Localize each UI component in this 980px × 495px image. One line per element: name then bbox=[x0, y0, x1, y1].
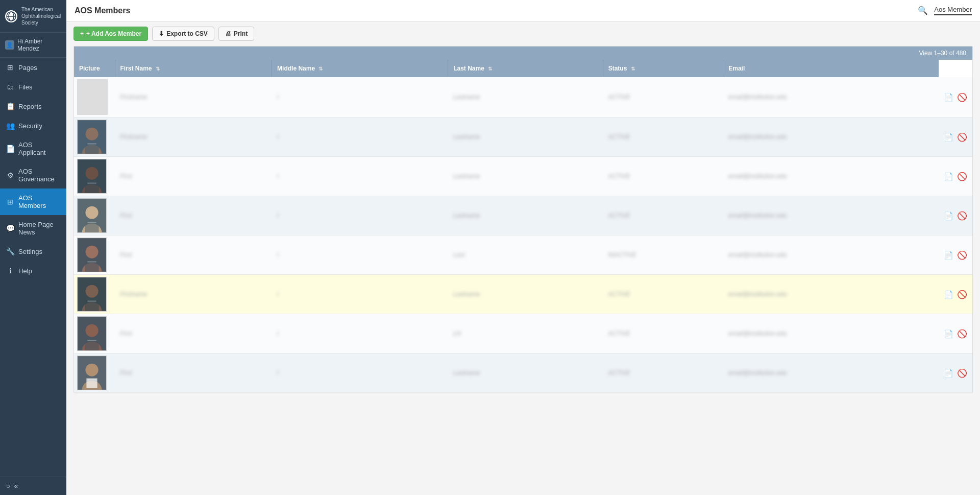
delete-button[interactable]: 🚫 bbox=[957, 93, 967, 102]
help-label: Help bbox=[18, 267, 32, 275]
middle-name-sort-icon: ⇅ bbox=[318, 66, 323, 72]
member-photo bbox=[77, 356, 107, 390]
reports-label: Reports bbox=[18, 103, 42, 110]
col-middle-name-label: Middle Name bbox=[277, 65, 315, 72]
picture-cell bbox=[74, 157, 115, 196]
aos-member-link[interactable]: Aos Member bbox=[934, 6, 972, 15]
collapse-sidebar-button[interactable]: ○ « bbox=[0, 477, 66, 495]
col-status[interactable]: Status ⇅ bbox=[603, 60, 723, 77]
first-name-value: Firstname bbox=[120, 93, 147, 101]
col-first-name[interactable]: First Name ⇅ bbox=[115, 60, 272, 77]
sidebar-item-security[interactable]: 👥 Security bbox=[0, 116, 66, 135]
first-name-sort-icon: ⇅ bbox=[156, 66, 160, 72]
middle-name-value: I bbox=[277, 330, 279, 337]
edit-button[interactable]: 📄 bbox=[944, 251, 953, 260]
aos-governance-label: AOS Governance bbox=[18, 168, 60, 183]
edit-button[interactable]: 📄 bbox=[944, 133, 953, 142]
sidebar-item-aos-members[interactable]: ⊞ AOS Members bbox=[0, 188, 66, 215]
status-value: ACTIVE bbox=[608, 212, 630, 219]
sidebar-item-home-page-news[interactable]: 💬 Home Page News bbox=[0, 215, 66, 242]
settings-icon: 🔧 bbox=[6, 247, 14, 255]
action-cell: 📄 🚫 bbox=[939, 196, 972, 235]
middle-name-cell: I bbox=[272, 77, 448, 117]
sidebar-item-reports[interactable]: 📋 Reports bbox=[0, 97, 66, 116]
sidebar: The American Ophthalmological Society 👤 … bbox=[0, 0, 66, 495]
status-value: ACTIVE bbox=[608, 93, 630, 101]
aos-applicant-icon: 📄 bbox=[6, 145, 14, 153]
member-photo bbox=[77, 198, 107, 233]
photo-placeholder bbox=[77, 79, 108, 115]
email-value: email@institution.edu bbox=[728, 291, 787, 298]
last-name-cell: Lastname bbox=[448, 157, 603, 196]
edit-button[interactable]: 📄 bbox=[944, 290, 953, 299]
sidebar-item-aos-applicant[interactable]: 📄 AOS Applicant bbox=[0, 135, 66, 162]
aos-members-icon: ⊞ bbox=[6, 198, 14, 206]
svg-point-5 bbox=[85, 128, 98, 140]
member-photo bbox=[77, 316, 107, 351]
collapse-icon: ○ bbox=[6, 482, 10, 490]
delete-button[interactable]: 🚫 bbox=[957, 172, 967, 181]
topbar-right: 🔍 Aos Member bbox=[918, 6, 972, 15]
status-value: ACTIVE bbox=[608, 173, 630, 180]
delete-button[interactable]: 🚫 bbox=[957, 290, 967, 299]
page-title: AOS Members bbox=[75, 6, 130, 15]
last-name-cell: Lastname bbox=[448, 353, 603, 393]
picture-cell bbox=[74, 196, 115, 235]
user-area: 👤 Hi Amber Mendez bbox=[0, 33, 66, 58]
col-last-name-label: Last Name bbox=[453, 65, 484, 72]
table-count: View 1–30 of 480 bbox=[919, 50, 966, 57]
last-name-value: Lastname bbox=[453, 369, 480, 376]
middle-name-value: I bbox=[277, 212, 279, 219]
status-cell: ACTIVE bbox=[603, 275, 723, 314]
print-button[interactable]: 🖨 Print bbox=[218, 27, 254, 41]
col-last-name[interactable]: Last Name ⇅ bbox=[448, 60, 603, 77]
middle-name-value: I bbox=[277, 133, 279, 140]
first-name-cell: Firstname bbox=[115, 77, 272, 117]
export-csv-button[interactable]: ⬇ Export to CSV bbox=[152, 27, 214, 41]
picture-cell bbox=[74, 77, 115, 117]
table-row: FirstnameILastnameACTIVEemail@institutio… bbox=[74, 77, 972, 117]
action-cell: 📄 🚫 bbox=[939, 157, 972, 196]
email-value: email@institution.edu bbox=[728, 330, 787, 337]
first-name-value: First bbox=[120, 369, 132, 376]
sidebar-item-aos-governance[interactable]: ⚙ AOS Governance bbox=[0, 162, 66, 188]
status-cell: ACTIVE bbox=[603, 314, 723, 353]
edit-button[interactable]: 📄 bbox=[944, 211, 953, 220]
sidebar-item-files[interactable]: 🗂 Files bbox=[0, 77, 66, 97]
status-value: ACTIVE bbox=[608, 133, 630, 140]
delete-button[interactable]: 🚫 bbox=[957, 329, 967, 338]
edit-button[interactable]: 📄 bbox=[944, 369, 953, 378]
svg-point-15 bbox=[85, 206, 98, 219]
sidebar-item-help[interactable]: ℹ Help bbox=[0, 261, 66, 280]
add-member-button[interactable]: + + Add Aos Member bbox=[74, 27, 148, 41]
last-name-value: Lastname bbox=[453, 93, 480, 101]
middle-name-cell: I bbox=[272, 275, 448, 314]
edit-button[interactable]: 📄 bbox=[944, 93, 953, 102]
search-icon[interactable]: 🔍 bbox=[918, 6, 928, 15]
sidebar-item-pages[interactable]: ⊞ Pages bbox=[0, 58, 66, 77]
delete-button[interactable]: 🚫 bbox=[957, 369, 967, 378]
col-first-name-label: First Name bbox=[120, 65, 152, 72]
status-cell: ACTIVE bbox=[603, 117, 723, 157]
add-member-label: + Add Aos Member bbox=[86, 30, 141, 37]
first-name-cell: Firstname bbox=[115, 275, 272, 314]
last-name-value: Lastname bbox=[453, 291, 480, 298]
email-value: email@institution.edu bbox=[728, 251, 787, 258]
last-name-cell: Lastname bbox=[448, 275, 603, 314]
help-icon: ℹ bbox=[6, 267, 14, 275]
col-middle-name[interactable]: Middle Name ⇅ bbox=[272, 60, 448, 77]
delete-button[interactable]: 🚫 bbox=[957, 251, 967, 260]
security-label: Security bbox=[18, 122, 42, 130]
first-name-value: First bbox=[120, 330, 132, 337]
main-content: AOS Members 🔍 Aos Member + + Add Aos Mem… bbox=[66, 0, 980, 495]
middle-name-value: I bbox=[277, 291, 279, 298]
edit-button[interactable]: 📄 bbox=[944, 172, 953, 181]
svg-rect-22 bbox=[87, 262, 96, 263]
first-name-value: Firstname bbox=[120, 133, 147, 140]
edit-button[interactable]: 📄 bbox=[944, 329, 953, 338]
last-name-cell: Last bbox=[448, 235, 603, 275]
delete-button[interactable]: 🚫 bbox=[957, 211, 967, 220]
svg-point-35 bbox=[85, 364, 98, 376]
delete-button[interactable]: 🚫 bbox=[957, 133, 967, 142]
sidebar-item-settings[interactable]: 🔧 Settings bbox=[0, 242, 66, 261]
